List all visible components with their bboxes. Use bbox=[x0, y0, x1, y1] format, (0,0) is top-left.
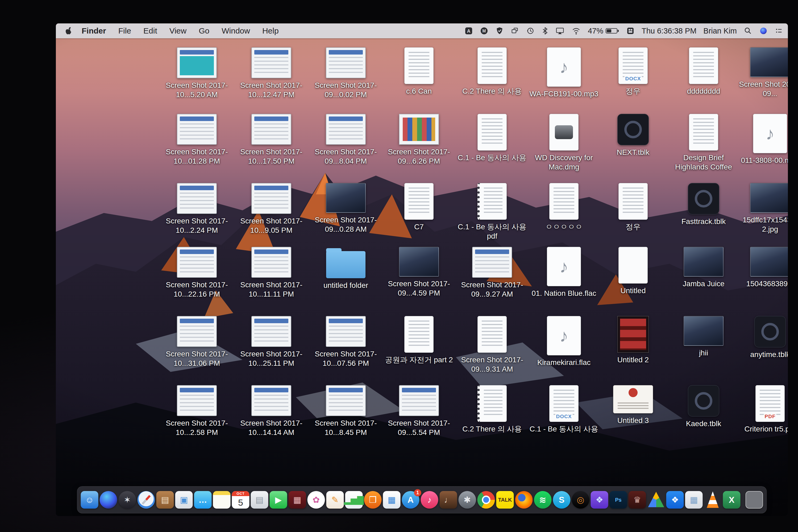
dock-garageband-icon[interactable]: ♩ bbox=[440, 491, 457, 509]
desktop-icon[interactable]: Jamba Juice bbox=[669, 247, 738, 288]
desktop-icon[interactable]: Screen Shot 2017-10...22.16 PM bbox=[162, 247, 231, 299]
desktop-icon[interactable]: Screen Shot 2017-09...9.31 AM bbox=[457, 316, 527, 374]
menu-item-go[interactable]: Go bbox=[193, 26, 215, 35]
desktop-icon[interactable]: Screen Shot 2017-10...11.11 PM bbox=[237, 247, 306, 299]
desktop-icon[interactable]: 정우 bbox=[598, 183, 668, 231]
desktop-icon[interactable]: Screen Shot 2017-09...0.02 PM bbox=[311, 48, 380, 99]
menu-item-view[interactable]: View bbox=[163, 26, 193, 35]
menu-item-file[interactable]: File bbox=[112, 26, 137, 35]
desktop-icon[interactable]: Screen Shot 2017-09...8.04 PM bbox=[311, 114, 380, 166]
dock-calendar-icon[interactable]: OCT5 bbox=[232, 491, 249, 509]
dock-vlc-icon[interactable] bbox=[704, 491, 722, 509]
desktop-icon[interactable]: 공원과 자전거 part 2 bbox=[384, 316, 454, 364]
dock-itunes-icon[interactable]: ♪ bbox=[421, 491, 438, 509]
time-machine-icon[interactable] bbox=[526, 26, 535, 35]
dock-safari-icon[interactable] bbox=[137, 491, 155, 509]
dock-system-preferences-icon[interactable]: ✱ bbox=[459, 491, 476, 509]
dock-spotify-icon[interactable]: ≋ bbox=[534, 491, 552, 509]
battery-indicator[interactable]: 47% bbox=[588, 26, 619, 35]
dock-google-drive-icon[interactable] bbox=[647, 491, 665, 509]
dock-red-app-icon[interactable]: ♛ bbox=[629, 491, 646, 509]
dock-facetime-icon[interactable]: ▶ bbox=[270, 491, 287, 509]
dock-photos-icon[interactable]: ✿ bbox=[307, 491, 325, 509]
desktop-icon[interactable]: Screen Shot 2017-10...5.20 AM bbox=[162, 48, 231, 99]
desktop-icon[interactable]: PDFCriterion tr5.pdf bbox=[736, 385, 788, 434]
dock-app-store-icon[interactable]: A1 bbox=[402, 491, 419, 509]
dock-dropbox-icon[interactable]: ❖ bbox=[666, 491, 684, 509]
adobe-cc-icon[interactable]: A bbox=[464, 26, 473, 35]
desktop-icon[interactable]: Screen Shot 2017-10...2.24 PM bbox=[162, 183, 231, 235]
dock-chrome-icon[interactable] bbox=[477, 491, 495, 509]
dock-contacts-icon[interactable]: ▤ bbox=[156, 491, 174, 509]
desktop-icon[interactable]: untitled folder bbox=[311, 247, 380, 290]
desktop-icon[interactable]: Screen Shot 2017-10...01.28 PM bbox=[162, 114, 231, 166]
desktop-icon[interactable]: Screen Shot 2017-10...9.05 PM bbox=[237, 183, 306, 235]
dock-kakaotalk-icon[interactable]: TALK bbox=[496, 491, 514, 509]
desktop-icon[interactable]: Screen Shot 2017-10...25.11 PM bbox=[237, 316, 306, 368]
desktop-icon[interactable]: Screen Shot 2017-09...9.27 AM bbox=[457, 247, 527, 299]
desktop-icon[interactable]: ㅇㅇㅇㅇㅇ bbox=[529, 183, 598, 231]
dock-siri-icon[interactable] bbox=[100, 491, 117, 509]
dock-purple-app-icon[interactable]: ❖ bbox=[591, 491, 608, 509]
desktop-icon[interactable]: Screen Shot 2017-09...0.28 AM bbox=[311, 183, 380, 234]
desktop-icon[interactable]: DOCX정우 bbox=[598, 48, 668, 96]
desktop-icon[interactable]: C.2 There 의 사용 bbox=[457, 48, 527, 96]
desktop-icon[interactable]: DOCXC.1 - Be 동사의 사용 bbox=[529, 385, 598, 434]
desktop-icon[interactable]: ♪011-3808-00.mp3 bbox=[736, 114, 788, 165]
desktop-icon[interactable]: jhii bbox=[669, 316, 738, 358]
menu-item-help[interactable]: Help bbox=[256, 26, 285, 35]
dock-app-window-icon[interactable]: ▤ bbox=[251, 491, 268, 509]
airplay-icon[interactable] bbox=[555, 26, 565, 35]
menu-clock[interactable]: Thu 6:36:38 PM bbox=[642, 26, 697, 35]
dock-trash-icon[interactable] bbox=[746, 491, 763, 509]
dock-photoshop-icon[interactable]: Ps bbox=[610, 491, 627, 509]
dock-firefox-icon[interactable] bbox=[515, 491, 533, 509]
desktop-icon[interactable]: ♪Kiramekirari.flac bbox=[529, 316, 598, 367]
desktop-icon[interactable]: ♪01. Nation Blue.flac bbox=[529, 247, 598, 298]
dock-keynote-icon[interactable]: ▦ bbox=[383, 491, 401, 509]
desktop-icon[interactable]: Screen Shot 2017-10...14.14 AM bbox=[237, 385, 306, 437]
dock-lens-app-icon[interactable]: ◎ bbox=[572, 491, 589, 509]
wifi-icon[interactable] bbox=[571, 26, 581, 35]
desktop-icon[interactable]: Screen Shot 2017-09... bbox=[736, 48, 788, 98]
dock-finder-icon[interactable]: ☺ bbox=[81, 491, 98, 509]
dock-image-viewer-icon[interactable]: ▦ bbox=[685, 491, 703, 509]
desktop-icon[interactable]: Screen Shot 2017-10...8.45 PM bbox=[311, 385, 380, 437]
desktop-icon[interactable]: C.1 - Be 동사의 사용 pdf bbox=[457, 183, 527, 241]
dock-photo-booth-icon[interactable]: ▦ bbox=[289, 491, 306, 509]
spotlight-icon[interactable] bbox=[744, 26, 752, 35]
dock-ibooks-icon[interactable]: ❒ bbox=[364, 491, 382, 509]
duet-display-icon[interactable] bbox=[511, 26, 519, 35]
desktop-icon[interactable]: Fasttrack.tblk bbox=[669, 183, 738, 226]
dock-skype-icon[interactable]: S bbox=[553, 491, 571, 509]
dock-messages-icon[interactable]: … bbox=[194, 491, 212, 509]
siri-icon[interactable] bbox=[759, 26, 768, 35]
desktop-icon[interactable]: Screen Shot 2017-10...2.58 PM bbox=[162, 385, 231, 437]
dock-pages-icon[interactable]: ✎ bbox=[326, 491, 344, 509]
desktop-icon[interactable]: Screen Shot 2017-10...17.50 PM bbox=[237, 114, 306, 166]
dock-launchpad-icon[interactable]: ✶ bbox=[119, 491, 136, 509]
desktop-icon[interactable]: Untitled bbox=[598, 247, 668, 295]
desktop-icon[interactable]: C.1 - Be 동사의 사용 bbox=[457, 114, 527, 162]
desktop-icon[interactable]: C7 bbox=[384, 183, 454, 231]
menu-item-window[interactable]: Window bbox=[215, 26, 256, 35]
input-source-icon[interactable] bbox=[626, 26, 635, 35]
desktop-icon[interactable]: 1504368389... bbox=[736, 247, 788, 288]
desktop-icon[interactable]: Kaede.tblk bbox=[669, 385, 738, 428]
shield-icon[interactable] bbox=[495, 26, 504, 35]
dock-excel-icon[interactable]: X bbox=[723, 491, 741, 509]
dock-preview-icon[interactable]: ▣ bbox=[175, 491, 193, 509]
desktop-icon[interactable]: ♪WA-FCB191-00.mp3 bbox=[529, 48, 598, 98]
user-name[interactable]: Brian Kim bbox=[703, 26, 737, 35]
menu-item-finder[interactable]: Finder bbox=[76, 26, 112, 35]
desktop-icon[interactable]: Untitled 2 bbox=[598, 316, 668, 364]
m-app-icon[interactable]: M bbox=[480, 26, 488, 35]
desktop-icon[interactable]: Screen Shot 2017-09...4.59 PM bbox=[384, 247, 454, 298]
desktop-icon[interactable]: NEXT.tblk bbox=[598, 114, 668, 157]
desktop-icon[interactable]: c.6 Can bbox=[384, 48, 454, 96]
desktop-icon[interactable]: anytime.tblk bbox=[736, 316, 788, 359]
dock-notes-icon[interactable] bbox=[213, 491, 231, 509]
desktop-icon[interactable]: Screen Shot 2017-10...12.47 PM bbox=[237, 48, 306, 99]
desktop-icon[interactable]: Screen Shot 2017-09...5.54 PM bbox=[384, 385, 454, 437]
desktop-icon[interactable]: Design Brief Highlands Coffee bbox=[669, 114, 738, 172]
